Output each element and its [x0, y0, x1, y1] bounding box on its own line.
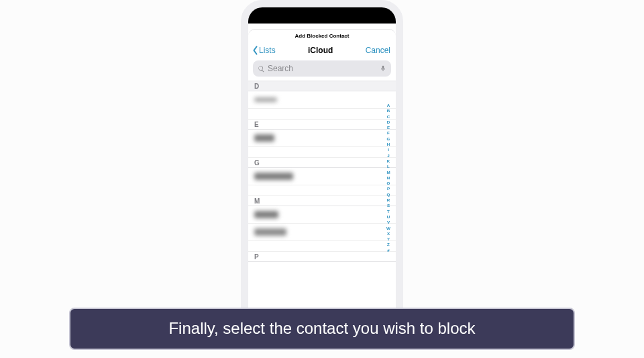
index-letter[interactable]: V: [387, 220, 390, 225]
index-letter[interactable]: J: [387, 153, 389, 159]
modal-sheet: Add Blocked Contact Lists iCloud Cancel …: [248, 29, 396, 262]
alpha-index[interactable]: ABCDEFGHIJKLMNOPQRSTUVWXYZ#: [386, 103, 391, 253]
index-letter[interactable]: X: [387, 231, 390, 236]
cancel-button[interactable]: Cancel: [366, 46, 390, 55]
index-letter[interactable]: P: [387, 186, 390, 191]
index-letter[interactable]: G: [387, 136, 390, 142]
contact-name-blurred: [254, 134, 274, 142]
contact-name-blurred: [254, 228, 286, 236]
index-letter[interactable]: U: [387, 214, 390, 220]
contact-list: D E G M P: [248, 81, 396, 262]
chevron-left-icon: [252, 46, 258, 55]
screen: Add Blocked Contact Lists iCloud Cancel …: [248, 24, 396, 328]
list-item[interactable]: [248, 224, 396, 241]
section-header-d: D: [248, 81, 396, 91]
index-letter[interactable]: T: [387, 209, 390, 214]
section-header-p: P: [248, 252, 396, 262]
contact-name-blurred: [254, 173, 293, 180]
index-letter[interactable]: C: [387, 114, 390, 120]
search-icon: [258, 65, 265, 73]
index-letter[interactable]: N: [387, 175, 390, 181]
index-letter[interactable]: E: [387, 125, 390, 130]
index-letter[interactable]: #: [387, 248, 389, 253]
index-letter[interactable]: D: [387, 120, 390, 125]
index-letter[interactable]: L: [387, 164, 390, 169]
index-letter[interactable]: W: [386, 226, 390, 231]
list-item[interactable]: [248, 91, 396, 109]
index-letter[interactable]: A: [387, 103, 390, 108]
index-letter[interactable]: R: [387, 197, 390, 203]
search-placeholder: Search: [268, 64, 380, 73]
index-letter[interactable]: S: [387, 203, 390, 208]
status-bar: [248, 7, 396, 24]
index-letter[interactable]: O: [387, 181, 390, 186]
contact-name-blurred: [254, 211, 278, 218]
mic-icon[interactable]: [380, 64, 386, 73]
index-letter[interactable]: I: [388, 147, 389, 152]
list-item[interactable]: [248, 130, 396, 147]
section-header-g: G: [248, 158, 396, 168]
index-letter[interactable]: M: [386, 170, 390, 175]
index-letter[interactable]: F: [387, 130, 390, 136]
back-label: Lists: [259, 46, 276, 55]
search-wrap: Search: [248, 60, 396, 81]
index-letter[interactable]: K: [387, 159, 390, 164]
index-letter[interactable]: Z: [387, 242, 390, 247]
section-header-m: M: [248, 196, 396, 206]
phone-frame: Add Blocked Contact Lists iCloud Cancel …: [241, 0, 403, 336]
instruction-caption: Finally, select the contact you wish to …: [69, 308, 575, 350]
nav-title: iCloud: [276, 46, 366, 55]
section-header-e: E: [248, 120, 396, 130]
list-item[interactable]: [248, 168, 396, 185]
back-button[interactable]: Lists: [252, 46, 276, 55]
sheet-title: Add Blocked Contact: [248, 30, 396, 41]
index-letter[interactable]: Y: [387, 236, 390, 242]
index-letter[interactable]: Q: [387, 192, 390, 197]
index-letter[interactable]: B: [387, 108, 390, 114]
contact-name-blurred: [254, 97, 277, 102]
index-letter[interactable]: H: [387, 142, 390, 147]
list-item[interactable]: [248, 206, 396, 224]
nav-bar: Lists iCloud Cancel: [248, 41, 396, 60]
search-input[interactable]: Search: [253, 60, 391, 77]
